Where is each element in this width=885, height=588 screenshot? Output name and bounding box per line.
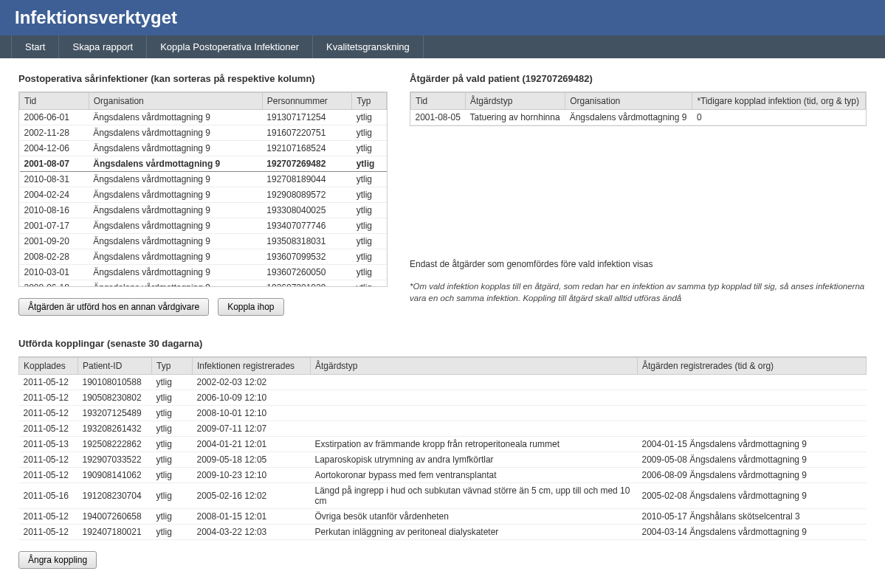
links-col-header[interactable]: Åtgärdstyp [311, 358, 638, 375]
link-cell: 2011-05-12 [19, 406, 78, 421]
link-cell: 2011-05-12 [19, 452, 78, 468]
link-cell: 2009-05-08 Ängsdalens vårdmottagning 9 [638, 452, 867, 468]
infection-cell: 2001-08-07 [20, 156, 89, 172]
infection-row[interactable]: 2001-07-17Ängsdalens vårdmottagning 9193… [20, 218, 387, 234]
action-cell: Ängsdalens vårdmottagning 9 [565, 110, 692, 125]
infection-row[interactable]: 2004-12-06Ängsdalens vårdmottagning 9192… [20, 141, 387, 156]
nav-skapa-rapport[interactable]: Skapa rapport [59, 35, 147, 58]
infection-cell: 2010-03-01 [20, 265, 89, 280]
infection-row[interactable]: 2010-08-31Ängsdalens vårdmottagning 9192… [20, 172, 387, 187]
link-row[interactable]: 2011-05-12190908141062ytlig2009-10-23 12… [19, 468, 867, 483]
link-cell: ytlig [152, 406, 193, 421]
infection-cell: 2010-08-31 [20, 172, 89, 187]
links-title: Utförda kopplingar (senaste 30 dagarna) [18, 338, 867, 349]
infection-cell: Ängsdalens vårdmottagning 9 [89, 218, 262, 234]
infections-col-header[interactable]: Tid [20, 93, 89, 110]
infection-cell: ytlig [352, 203, 387, 218]
link-cell: 2004-01-21 12:01 [193, 437, 311, 452]
actions-table: TidÅtgärdstypOrganisation*Tidigare koppl… [410, 92, 866, 125]
link-cell: 190108010588 [78, 375, 152, 390]
link-cell: ytlig [152, 421, 193, 437]
infection-row[interactable]: 2010-08-16Ängsdalens vårdmottagning 9193… [20, 203, 387, 218]
infection-cell: 2002-11-28 [20, 125, 89, 141]
actions-col-header[interactable]: Organisation [565, 93, 692, 110]
infection-cell: ytlig [352, 265, 387, 280]
infection-cell: ytlig [352, 234, 387, 249]
link-row[interactable]: 2011-05-12193207125489ytlig2008-10-01 12… [19, 406, 867, 421]
infection-cell: 2001-07-17 [20, 218, 89, 234]
links-col-header[interactable]: Patient-ID [78, 358, 152, 375]
action-cell: 0 [692, 110, 866, 125]
infection-cell: 193607260050 [262, 265, 351, 280]
infection-row[interactable]: 2006-06-01Ängsdalens vårdmottagning 9191… [20, 110, 387, 125]
actions-note: Endast de åtgärder som genomfördes före … [410, 259, 867, 269]
link-row[interactable]: 2011-05-12192907033522ytlig2009-05-18 12… [19, 452, 867, 468]
link-cell: 2011-05-12 [19, 421, 78, 437]
infection-row[interactable]: 2004-02-24Ängsdalens vårdmottagning 9192… [20, 187, 387, 203]
infection-row[interactable]: 2001-09-20Ängsdalens vårdmottagning 9193… [20, 234, 387, 249]
link-cell: 2008-10-01 12:10 [193, 406, 311, 421]
nav-kvalitetsgranskning[interactable]: Kvalitetsgranskning [313, 35, 424, 58]
undo-link-button[interactable]: Ångra koppling [18, 551, 97, 569]
other-provider-button[interactable]: Åtgärden är utförd hos en annan vårdgiva… [18, 298, 209, 316]
infection-row[interactable]: 2001-08-07Ängsdalens vårdmottagning 9192… [20, 156, 387, 172]
infection-row[interactable]: 2002-11-28Ängsdalens vårdmottagning 9191… [20, 125, 387, 141]
infection-cell: 192707269482 [262, 156, 351, 172]
infection-cell: 193308040025 [262, 203, 351, 218]
link-cell: Övriga besök utanför vårdenheten [311, 509, 638, 525]
link-cell [311, 406, 638, 421]
link-row[interactable]: 2011-05-12190108010588ytlig2002-02-03 12… [19, 375, 867, 390]
nav-koppla-postop[interactable]: Koppla Postoperativa Infektioner [147, 35, 313, 58]
infection-cell: 193607099532 [262, 249, 351, 265]
infection-cell: ytlig [352, 110, 387, 125]
infection-cell: 191307171254 [262, 110, 351, 125]
link-row[interactable]: 2011-05-12190508230802ytlig2006-10-09 12… [19, 390, 867, 406]
actions-col-header[interactable]: Tid [411, 93, 466, 110]
link-cell [638, 390, 867, 406]
infections-col-header[interactable]: Personnummer [262, 93, 351, 110]
link-cell: 2002-02-03 12:02 [193, 375, 311, 390]
link-row[interactable]: 2011-05-13192508222862ytlig2004-01-21 12… [19, 437, 867, 452]
infection-row[interactable]: 2008-02-28Ängsdalens vårdmottagning 9193… [20, 249, 387, 265]
infection-cell: 193407077746 [262, 218, 351, 234]
links-col-header[interactable]: Åtgärden registrerades (tid & org) [638, 358, 867, 375]
link-together-button[interactable]: Koppla ihop [218, 298, 283, 316]
links-col-header[interactable]: Infektionen registrerades [193, 358, 311, 375]
infection-cell: Ängsdalens vårdmottagning 9 [89, 203, 262, 218]
infections-scroll[interactable]: TidOrganisationPersonnummerTyp 2006-06-0… [18, 91, 388, 287]
action-cell: 2001-08-05 [411, 110, 466, 125]
link-cell: 2004-01-15 Ängsdalens vårdmottagning 9 [638, 437, 867, 452]
link-row[interactable]: 2011-05-16191208230704ytlig2005-02-16 12… [19, 483, 867, 509]
link-cell: 2009-10-23 12:10 [193, 468, 311, 483]
nav-start[interactable]: Start [11, 35, 59, 58]
link-cell: 2011-05-12 [19, 468, 78, 483]
infection-cell: 2008-02-28 [20, 249, 89, 265]
infections-col-header[interactable]: Typ [352, 93, 387, 110]
link-row[interactable]: 2011-05-12194007260658ytlig2008-01-15 12… [19, 509, 867, 525]
link-row[interactable]: 2011-05-12193208261432ytlig2009-07-11 12… [19, 421, 867, 437]
link-cell: ytlig [152, 525, 193, 540]
link-cell: ytlig [152, 437, 193, 452]
infections-table: TidOrganisationPersonnummerTyp 2006-06-0… [19, 92, 387, 287]
link-row[interactable]: 2011-05-12192407180021ytlig2004-03-22 12… [19, 525, 867, 540]
actions-col-header[interactable]: Åtgärdstyp [465, 93, 565, 110]
links-col-header[interactable]: Kopplades [19, 358, 78, 375]
app-title: Infektionsverktyget [15, 7, 870, 28]
infection-cell: ytlig [352, 125, 387, 141]
actions-col-header[interactable]: *Tidigare kopplad infektion (tid, org & … [692, 93, 866, 110]
infection-cell: 2008-06-18 [20, 280, 89, 288]
link-cell: 2005-02-08 Ängsdalens vårdmottagning 9 [638, 483, 867, 509]
link-cell: 192407180021 [78, 525, 152, 540]
action-row[interactable]: 2001-08-05Tatuering av hornhinnaÄngsdale… [411, 110, 866, 125]
infection-row[interactable]: 2008-06-18Ängsdalens vårdmottagning 9193… [20, 280, 387, 288]
infection-row[interactable]: 2010-03-01Ängsdalens vårdmottagning 9193… [20, 265, 387, 280]
link-cell: Aortokoronar bypass med fem ventransplan… [311, 468, 638, 483]
link-cell: 194007260658 [78, 509, 152, 525]
actions-footnote: *Om vald infektion kopplas till en åtgär… [410, 280, 867, 304]
infections-col-header[interactable]: Organisation [89, 93, 262, 110]
link-cell: 2004-03-14 Ängsdalens vårdmottagning 9 [638, 525, 867, 540]
link-cell: 2006-08-09 Ängsdalens vårdmottagning 9 [638, 468, 867, 483]
infection-cell: Ängsdalens vårdmottagning 9 [89, 125, 262, 141]
links-col-header[interactable]: Typ [152, 358, 193, 375]
app-header: Infektionsverktyget [0, 0, 885, 35]
